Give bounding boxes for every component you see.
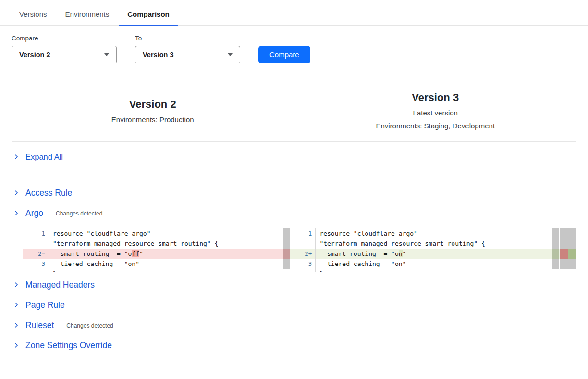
diff-line: 3 tiered_caching = "on" bbox=[23, 259, 290, 269]
line-number bbox=[290, 239, 316, 249]
section-label: Access Rule bbox=[25, 188, 72, 198]
left-editor-scrollbar[interactable] bbox=[283, 228, 290, 269]
diff-line: 1 resource "cloudflare_argo" bbox=[23, 228, 290, 239]
line-number: 1 bbox=[290, 228, 316, 239]
compare-from-label: Compare bbox=[12, 35, 117, 42]
compare-from-value: Version 2 bbox=[19, 51, 50, 59]
section-argo[interactable]: Argo Changes detected bbox=[12, 203, 576, 223]
compare-from-field: Compare Version 2 bbox=[12, 35, 117, 63]
added-word-highlight: n bbox=[399, 250, 403, 257]
line-number bbox=[290, 269, 316, 272]
code-text: smart_routing = "on" bbox=[316, 249, 406, 259]
compare-from-select[interactable]: Version 2 bbox=[12, 46, 117, 63]
chevron-down-icon bbox=[104, 53, 109, 56]
diff-line-wrap: "terraform_managed_resource_smart_routin… bbox=[290, 239, 564, 249]
chevron-right-icon bbox=[13, 322, 20, 328]
line-number: 3 bbox=[23, 259, 49, 269]
line-number bbox=[23, 239, 49, 249]
tab-versions[interactable]: Versions bbox=[19, 10, 47, 25]
version-right-latest-label: Latest version bbox=[294, 106, 577, 119]
line-number: 2− bbox=[23, 249, 49, 259]
version-right-title: Version 3 bbox=[294, 91, 577, 104]
code-text: tiered_caching = "on" bbox=[49, 259, 139, 269]
compare-to-select[interactable]: Version 3 bbox=[135, 46, 240, 63]
right-editor-scrollbar[interactable] bbox=[552, 228, 559, 269]
tab-environments[interactable]: Environments bbox=[65, 10, 110, 25]
diff-right-code: 1 resource "cloudflare_argo" "terraform_… bbox=[290, 228, 564, 272]
changes-detected-badge: Changes detected bbox=[56, 209, 102, 217]
section-label: Page Rule bbox=[25, 300, 65, 310]
code-text: resource "cloudflare_argo" bbox=[316, 228, 417, 239]
removed-word-highlight: ff bbox=[132, 250, 139, 257]
section-ruleset[interactable]: Ruleset Changes detected bbox=[12, 315, 576, 335]
diff-line: 3 tiered_caching = "on" bbox=[290, 259, 564, 269]
diff-line: } bbox=[23, 269, 290, 272]
chevron-right-icon bbox=[13, 302, 20, 308]
line-number bbox=[23, 269, 49, 272]
chevron-right-icon bbox=[13, 190, 20, 196]
expand-all-label: Expand All bbox=[25, 152, 63, 162]
diff-overview-ruler bbox=[560, 228, 576, 269]
diff-line-wrap: "terraform_managed_resource_smart_routin… bbox=[23, 239, 290, 249]
version-headers: Version 2 Environments: Production Versi… bbox=[12, 82, 576, 141]
code-text: tiered_caching = "on" bbox=[316, 259, 406, 269]
compare-to-value: Version 3 bbox=[143, 51, 173, 59]
code-text: resource "cloudflare_argo" bbox=[49, 228, 151, 239]
chevron-right-icon bbox=[13, 153, 20, 160]
tab-bar: Versions Environments Comparison bbox=[0, 0, 588, 26]
section-label: Ruleset bbox=[25, 320, 54, 330]
diff-left-editor[interactable]: 1 resource "cloudflare_argo" "terraform_… bbox=[23, 228, 290, 272]
scrollbar-added-marker bbox=[552, 249, 559, 259]
section-label: Zone Settings Override bbox=[25, 341, 112, 351]
code-text: "terraform_managed_resource_smart_routin… bbox=[49, 239, 218, 249]
section-page-rule[interactable]: Page Rule bbox=[12, 295, 576, 315]
code-text: smart_routing = "off" bbox=[49, 249, 143, 259]
section-access-rule[interactable]: Access Rule bbox=[12, 183, 576, 203]
sections-list: Access Rule Argo Changes detected 1 reso… bbox=[12, 183, 576, 355]
diff-line-added: 2+ smart_routing = "on" bbox=[290, 249, 564, 259]
line-number: 3 bbox=[290, 259, 316, 269]
expand-all-button[interactable]: Expand All bbox=[12, 142, 576, 172]
version-left-environments: Environments: Production bbox=[12, 113, 294, 126]
diff-line: 1 resource "cloudflare_argo" bbox=[290, 228, 564, 239]
chevron-down-icon bbox=[228, 53, 233, 56]
diff-line-removed: 2− smart_routing = "off" bbox=[23, 249, 290, 259]
tab-comparison[interactable]: Comparison bbox=[127, 10, 170, 25]
diff-left-code: 1 resource "cloudflare_argo" "terraform_… bbox=[23, 228, 290, 272]
chevron-right-icon bbox=[13, 210, 20, 216]
diff-line: } bbox=[290, 269, 564, 272]
chevron-right-icon bbox=[13, 281, 20, 288]
section-zone-settings-override[interactable]: Zone Settings Override bbox=[12, 335, 576, 355]
compare-button[interactable]: Compare bbox=[258, 46, 310, 63]
scrollbar-removed-marker bbox=[283, 249, 290, 259]
version-right-environments: Environments: Staging, Development bbox=[294, 119, 577, 132]
version-left-panel: Version 2 Environments: Production bbox=[12, 98, 294, 126]
ruler-removed-marker bbox=[560, 249, 568, 259]
version-left-title: Version 2 bbox=[12, 98, 294, 111]
diff-right-editor[interactable]: 1 resource "cloudflare_argo" "terraform_… bbox=[290, 228, 576, 272]
changes-detected-badge: Changes detected bbox=[66, 321, 113, 329]
compare-to-label: To bbox=[135, 35, 240, 42]
section-label: Managed Headers bbox=[25, 280, 95, 290]
code-text: "terraform_managed_resource_smart_routin… bbox=[316, 239, 485, 249]
argo-diff-view: 1 resource "cloudflare_argo" "terraform_… bbox=[23, 228, 576, 272]
ruler-added-marker bbox=[568, 249, 576, 259]
compare-to-field: To Version 3 bbox=[135, 35, 240, 63]
line-number: 2+ bbox=[290, 249, 316, 259]
compare-form: Compare Version 2 To Version 3 Compare bbox=[12, 35, 576, 63]
line-number: 1 bbox=[23, 228, 49, 239]
version-right-panel: Version 3 Latest version Environments: S… bbox=[294, 91, 577, 132]
section-label: Argo bbox=[25, 208, 43, 218]
code-text: } bbox=[316, 269, 323, 272]
chevron-right-icon bbox=[13, 342, 20, 349]
section-managed-headers[interactable]: Managed Headers bbox=[12, 275, 576, 295]
code-text: } bbox=[49, 269, 57, 272]
